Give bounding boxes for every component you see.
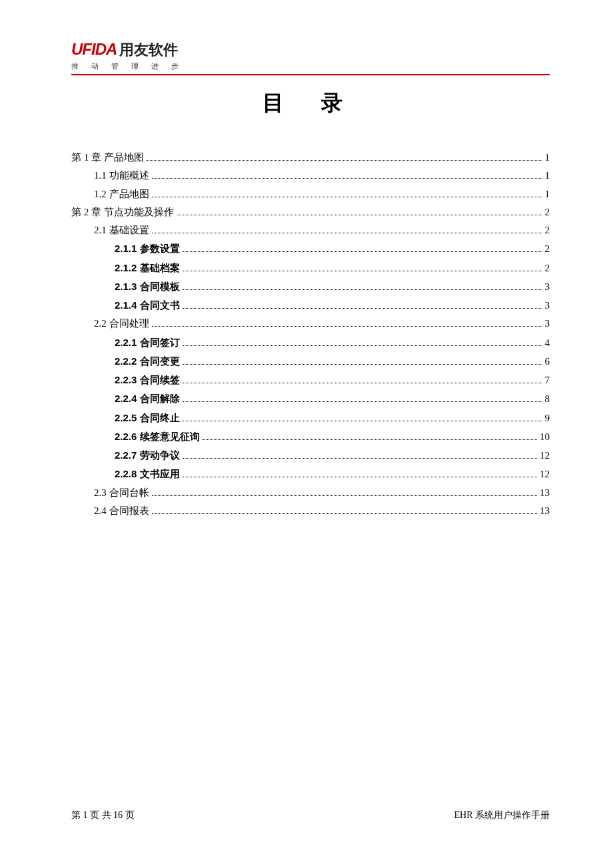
page-title: 目 录 (71, 89, 550, 118)
toc-entry[interactable]: 2.2.6 续签意见征询10 (71, 429, 550, 445)
toc-leader (152, 513, 538, 514)
toc-entry[interactable]: 2.4 合同报表13 (71, 503, 550, 519)
toc-entry-label: 1.1 功能概述 (94, 168, 149, 183)
toc-entry-label: 2.2.4 合同解除 (115, 391, 180, 406)
toc-leader (147, 160, 542, 161)
toc-entry-label: 2.2.6 续签意见征询 (115, 429, 200, 444)
toc-entry-page: 3 (545, 298, 550, 313)
toc-entry-page: 10 (540, 429, 550, 445)
page-footer: 第 1 页 共 16 页 EHR 系统用户操作手册 (71, 809, 550, 821)
toc-entry[interactable]: 1.1 功能概述1 (71, 168, 550, 183)
toc-entry[interactable]: 2.2.1 合同签订4 (71, 335, 550, 351)
toc-entry[interactable]: 2.2 合同处理3 (71, 316, 550, 331)
toc-entry-label: 2.2.7 劳动争议 (115, 447, 180, 463)
toc-leader (183, 383, 542, 383)
toc-entry-page: 1 (545, 168, 550, 183)
toc-entry-label: 2.2.2 合同变更 (115, 353, 180, 369)
page-header: UFIDA 用友软件 推 动 管 理 进 步 (71, 40, 550, 75)
toc-entry-label: 2.1.4 合同文书 (115, 297, 180, 313)
toc-entry-label: 2.1.2 基础档案 (115, 260, 180, 275)
toc-entry[interactable]: 第 2 章 节点功能及操作2 (71, 205, 550, 220)
toc-entry-page: 2 (545, 223, 550, 238)
toc-entry-page: 2 (545, 261, 550, 276)
toc-entry-label: 1.2 产品地图 (94, 187, 149, 202)
toc-leader (183, 345, 542, 346)
toc-entry-label: 2.1 基础设置 (94, 223, 149, 238)
toc-leader (152, 326, 542, 327)
toc-entry-label: 2.2.5 合同终止 (115, 410, 180, 425)
toc-entry-page: 4 (545, 335, 550, 351)
toc-entry[interactable]: 1.2 产品地图1 (71, 187, 550, 202)
toc-leader (152, 197, 542, 197)
toc-entry-label: 第 1 章 产品地图 (71, 150, 144, 165)
toc-leader (183, 271, 542, 271)
toc-leader (152, 495, 538, 496)
toc-leader (183, 251, 542, 252)
toc-entry[interactable]: 2.1.2 基础档案2 (71, 260, 550, 276)
toc-entry[interactable]: 2.1 基础设置2 (71, 223, 550, 238)
toc-leader (183, 308, 542, 309)
toc-entry[interactable]: 2.2.2 合同变更6 (71, 353, 550, 369)
toc-leader (152, 233, 542, 233)
toc-entry-label: 2.3 合同台帐 (94, 485, 149, 501)
toc-entry-label: 2.2.3 合同续签 (115, 372, 180, 387)
toc-entry[interactable]: 2.3 合同台帐13 (71, 485, 550, 501)
toc-entry-page: 12 (540, 467, 550, 482)
toc-leader (183, 458, 537, 459)
toc-leader (203, 439, 537, 440)
toc-leader (177, 215, 542, 215)
toc-entry-page: 12 (540, 448, 550, 463)
toc-entry-page: 3 (545, 316, 550, 331)
logo-subtitle: 推 动 管 理 进 步 (71, 61, 550, 71)
logo-en: UFIDA (71, 40, 117, 59)
toc-leader (183, 421, 542, 421)
footer-page-info: 第 1 页 共 16 页 (71, 809, 135, 821)
toc-leader (152, 178, 542, 179)
toc-entry-label: 2.2.8 文书应用 (115, 466, 180, 481)
toc-entry-label: 2.4 合同报表 (94, 503, 149, 519)
toc-entry[interactable]: 2.2.3 合同续签7 (71, 372, 550, 388)
toc-leader (183, 289, 542, 290)
toc-entry[interactable]: 2.1.3 合同模板3 (71, 279, 550, 295)
toc-entry-page: 13 (540, 503, 550, 519)
footer-doc-title: EHR 系统用户操作手册 (454, 809, 550, 821)
toc-entry-page: 13 (540, 485, 550, 501)
table-of-contents: 第 1 章 产品地图11.1 功能概述11.2 产品地图1第 2 章 节点功能及… (71, 150, 550, 519)
toc-entry-label: 2.2.1 合同签订 (115, 335, 180, 350)
toc-leader (183, 477, 537, 477)
toc-entry-label: 2.2 合同处理 (94, 316, 149, 331)
toc-entry[interactable]: 2.2.8 文书应用12 (71, 466, 550, 482)
toc-entry-label: 2.1.3 合同模板 (115, 279, 180, 294)
toc-entry-page: 1 (545, 187, 550, 202)
toc-entry-page: 6 (545, 354, 550, 369)
toc-entry-label: 第 2 章 节点功能及操作 (71, 205, 174, 220)
toc-entry[interactable]: 2.1.1 参数设置2 (71, 241, 550, 257)
toc-entry[interactable]: 2.2.5 合同终止9 (71, 410, 550, 426)
toc-leader (183, 401, 542, 402)
toc-entry[interactable]: 第 1 章 产品地图1 (71, 150, 550, 165)
toc-leader (183, 364, 542, 365)
toc-entry-page: 3 (545, 279, 550, 295)
logo-cn: 用友软件 (119, 40, 178, 60)
toc-entry-label: 2.1.1 参数设置 (115, 241, 180, 256)
logo: UFIDA 用友软件 (71, 40, 550, 60)
toc-entry[interactable]: 2.1.4 合同文书3 (71, 297, 550, 313)
toc-entry-page: 2 (545, 241, 550, 257)
toc-entry-page: 8 (545, 391, 550, 407)
toc-entry[interactable]: 2.2.7 劳动争议12 (71, 447, 550, 463)
toc-entry-page: 7 (545, 373, 550, 388)
toc-entry[interactable]: 2.2.4 合同解除8 (71, 391, 550, 407)
toc-entry-page: 9 (545, 411, 550, 426)
toc-entry-page: 1 (545, 150, 550, 165)
toc-entry-page: 2 (545, 205, 550, 220)
